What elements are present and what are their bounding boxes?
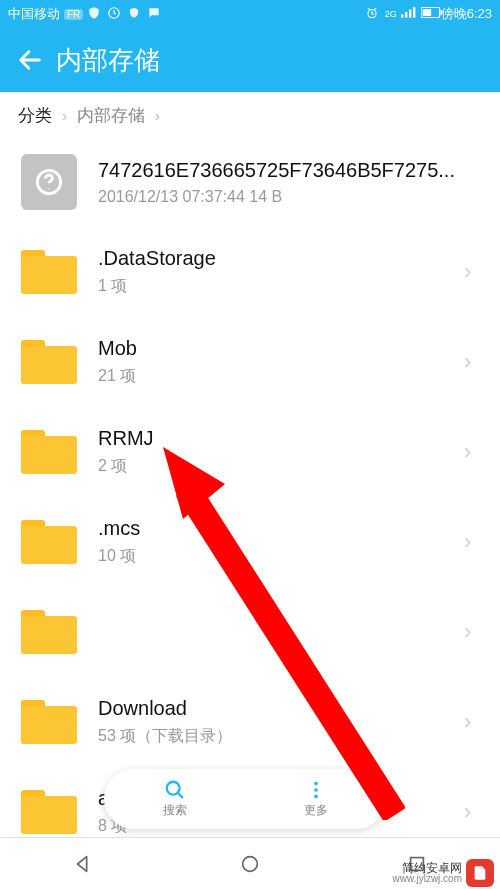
app-toolbar: 内部存储 [0, 28, 500, 92]
folder-row[interactable]: Download 53 项（下载目录） › [0, 677, 500, 767]
svg-rect-5 [413, 7, 415, 17]
badge-icon: FR [64, 9, 83, 20]
watermark-icon [466, 859, 494, 887]
file-meta: 2016/12/13 07:37:44 14 B [98, 188, 486, 206]
sync-icon [107, 6, 123, 22]
breadcrumb: 分类 › 内部存储 › [0, 92, 500, 137]
shield2-icon [127, 6, 143, 22]
folder-meta: 1 项 [98, 276, 458, 297]
svg-point-16 [243, 856, 258, 871]
svg-point-14 [314, 788, 318, 792]
alarm-icon [365, 6, 381, 22]
folder-name: Download [98, 697, 458, 720]
folder-meta: 21 项 [98, 366, 458, 387]
unknown-file-icon [21, 154, 77, 210]
svg-point-15 [314, 795, 318, 799]
back-button[interactable] [10, 40, 50, 80]
chevron-right-icon: › [464, 349, 486, 375]
file-list-content: 分类 › 内部存储 › 7472616E736665725F73646B5F72… [0, 92, 500, 837]
page-title: 内部存储 [56, 43, 160, 78]
svg-rect-7 [422, 9, 430, 16]
chevron-right-icon: › [464, 259, 486, 285]
search-label: 搜索 [163, 802, 187, 819]
chevron-right-icon: › [464, 799, 486, 825]
chevron-right-icon: › [464, 439, 486, 465]
folder-icon [21, 520, 77, 564]
folder-meta: 10 项 [98, 546, 458, 567]
folder-meta: 2 项 [98, 456, 458, 477]
folder-icon [21, 610, 77, 654]
svg-point-10 [48, 188, 49, 189]
folder-name: RRMJ [98, 427, 458, 450]
more-icon [305, 779, 327, 801]
file-name: 7472616E736665725F73646B5F7275... [98, 159, 486, 182]
nav-back-button[interactable] [53, 844, 113, 884]
search-icon [164, 779, 186, 801]
folder-row[interactable]: .DataStorage 1 项 › [0, 227, 500, 317]
more-label: 更多 [304, 802, 328, 819]
shield-icon [87, 6, 103, 22]
file-row[interactable]: 7472616E736665725F73646B5F7275... 2016/1… [0, 137, 500, 227]
folder-name: Mob [98, 337, 458, 360]
folder-icon [21, 430, 77, 474]
svg-rect-4 [409, 10, 411, 18]
folder-row[interactable]: RRMJ 2 项 › [0, 407, 500, 497]
svg-rect-3 [405, 12, 407, 18]
breadcrumb-current: 内部存储 [77, 104, 145, 127]
signal-icon [401, 6, 417, 22]
nav-home-button[interactable] [220, 844, 280, 884]
redaction-block [96, 599, 458, 665]
more-button[interactable]: 更多 [245, 769, 386, 829]
chevron-right-icon: › [464, 619, 486, 645]
folder-meta: 53 项（下载目录） [98, 726, 458, 747]
carrier-label: 中国移动 [8, 5, 60, 23]
svg-rect-2 [401, 14, 403, 17]
svg-point-13 [314, 782, 318, 786]
folder-row[interactable]: Mob 21 项 › [0, 317, 500, 407]
status-bar: 中国移动 FR 2G 傍晚6:23 [0, 0, 500, 28]
folder-row[interactable]: .mcs 10 项 › [0, 497, 500, 587]
folder-name: .DataStorage [98, 247, 458, 270]
folder-icon [21, 790, 77, 834]
battery-icon [421, 6, 437, 22]
folder-row[interactable]: c 项 › [0, 587, 500, 677]
folder-name: .mcs [98, 517, 458, 540]
folder-icon [21, 700, 77, 744]
chevron-right-icon: › [155, 107, 160, 124]
watermark-url: www.jylzwj.com [393, 874, 462, 884]
chevron-right-icon: › [464, 529, 486, 555]
breadcrumb-root[interactable]: 分类 [18, 104, 52, 127]
network-label: 2G [385, 9, 397, 19]
folder-icon [21, 340, 77, 384]
chevron-right-icon: › [62, 107, 67, 124]
search-button[interactable]: 搜索 [104, 769, 245, 829]
clock-label: 傍晚6:23 [441, 5, 492, 23]
watermark: 简约安卓网 www.jylzwj.com [393, 859, 494, 887]
folder-icon [21, 250, 77, 294]
chevron-right-icon: › [464, 709, 486, 735]
chat-icon [147, 6, 163, 22]
bottom-action-bar: 搜索 更多 [104, 769, 386, 829]
